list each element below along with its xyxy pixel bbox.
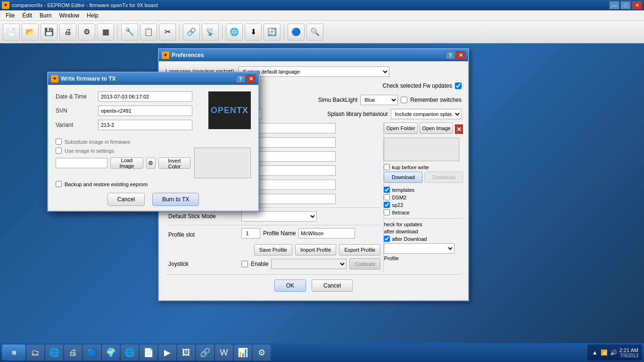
new-button[interactable]: 📄	[3, 24, 20, 41]
backlight-select[interactable]: Blue Red Green	[360, 95, 398, 105]
open-button[interactable]: 📂	[22, 24, 39, 41]
sp22-checkbox[interactable]	[384, 202, 390, 208]
fw-invert-color-btn[interactable]: Invert Color	[158, 157, 191, 169]
download-buttons-row: Download Download	[384, 172, 463, 185]
dsm2-row: DSM2	[384, 194, 463, 200]
fw-cancel-button[interactable]: Cancel	[107, 193, 145, 206]
taskbar-hp[interactable]: 🖨	[64, 345, 82, 361]
menu-burn[interactable]: Burn	[36, 11, 55, 20]
download-button-2[interactable]: Download	[424, 172, 463, 183]
fw-load-image-btn[interactable]: Load Image	[110, 157, 143, 169]
tray-clock[interactable]: 2:21 AM 7/9/2013	[619, 347, 638, 358]
tool-btn-10[interactable]: 📡	[202, 24, 219, 41]
tool-btn-11[interactable]: 🌐	[226, 24, 243, 41]
taskbar-vlc[interactable]: ▶	[158, 345, 176, 361]
profile-name-input[interactable]	[298, 228, 355, 239]
tool-btn-8[interactable]: ✂	[159, 24, 176, 41]
taskbar-ie[interactable]: 🌍	[102, 345, 120, 361]
taskbar-util1[interactable]: 📊	[234, 345, 252, 361]
after-download-checkbox[interactable]	[384, 236, 390, 242]
menu-help[interactable]: Help	[83, 11, 102, 20]
dsm2-checkbox[interactable]	[384, 194, 390, 200]
splash-behaviour-select[interactable]: Include companion splashes	[391, 109, 462, 119]
firmware-close-btn[interactable]: ✕	[246, 74, 256, 83]
fw-datetime-label: Date & Time	[56, 93, 98, 100]
thrtrace-checkbox[interactable]	[384, 209, 390, 215]
burn-button[interactable]: ⚙	[78, 24, 95, 41]
profile-name-label: Profile Name	[263, 230, 296, 237]
taskbar-vpn[interactable]: 🔗	[196, 345, 214, 361]
table-button[interactable]: ▦	[97, 24, 114, 41]
language-select[interactable]: System default language	[239, 66, 389, 77]
fw-substitute-checkbox[interactable]	[56, 139, 62, 145]
tool-btn-9[interactable]: 🔗	[183, 24, 200, 41]
templates-checkbox[interactable]	[384, 187, 390, 193]
tool-btn-15[interactable]: 🔍	[306, 24, 323, 41]
open-image-button[interactable]: Open Image	[420, 123, 453, 134]
clear-image-button[interactable]: ✕	[455, 124, 463, 134]
fw-load-input[interactable]	[56, 158, 107, 168]
maximize-button[interactable]: □	[620, 1, 631, 9]
tray-network[interactable]: 📶	[601, 349, 608, 356]
print-button[interactable]: 🖨	[59, 24, 76, 41]
ok-button[interactable]: OK	[274, 280, 306, 292]
save-button[interactable]: 💾	[41, 24, 58, 41]
taskbar-companion[interactable]: ⚙	[253, 345, 271, 361]
save-profile-button[interactable]: Save Profile	[254, 244, 292, 255]
backup-before-write-checkbox[interactable]	[384, 164, 390, 170]
taskbar-photos[interactable]: 🖼	[177, 345, 195, 361]
tray-expand[interactable]: ▲	[591, 349, 599, 356]
fw-image-left: Use image in settings Load Image ⚙ Inver…	[56, 148, 190, 178]
remember-switches-checkbox[interactable]	[401, 97, 407, 103]
taskbar-chrome[interactable]: 🔵	[83, 345, 101, 361]
calibrate-button[interactable]: Calibrate	[349, 258, 380, 270]
tool-btn-14[interactable]: 🔵	[288, 24, 305, 41]
personal-splash-control	[241, 123, 380, 133]
titlebar-buttons: — □ ✕	[609, 1, 642, 9]
fw-use-image-label: Use image in settings	[65, 148, 114, 154]
toolbar-separator-1	[117, 25, 118, 39]
fw-image-area: Substitute image in firmware Use image i…	[56, 139, 251, 178]
check-selected-fw-checkbox[interactable]	[455, 82, 462, 89]
taskbar-explorer[interactable]: 🗂	[26, 345, 44, 361]
taskbar-word[interactable]: W	[215, 345, 233, 361]
thrtrace-label: thrtrace	[392, 210, 409, 215]
export-profile-button[interactable]: Export Profile	[339, 244, 380, 255]
tool-btn-7[interactable]: 📋	[140, 24, 157, 41]
preferences-cancel-button[interactable]: Cancel	[312, 280, 353, 292]
joystick-select[interactable]	[271, 259, 347, 269]
fw-use-image-checkbox[interactable]	[56, 148, 62, 154]
firmware-content: Date & Time 2013-07-03 06:17:02 SVN open…	[48, 85, 258, 211]
tool-btn-13[interactable]: 🔄	[264, 24, 281, 41]
preferences-help-btn[interactable]: ?	[446, 51, 455, 59]
stick-mode-select[interactable]	[241, 211, 317, 222]
tray-volume[interactable]: 🔊	[610, 349, 618, 356]
profile-slot-spinbox[interactable]	[241, 228, 260, 239]
close-button[interactable]: ✕	[632, 1, 642, 9]
menu-edit[interactable]: Edit	[18, 11, 36, 20]
fw-icon-btn[interactable]: ⚙	[146, 157, 156, 169]
preferences-close-btn[interactable]: ✕	[456, 51, 465, 59]
fw-burn-button[interactable]: Burn to TX	[152, 193, 199, 206]
fw-backup-checkbox[interactable]	[56, 181, 62, 187]
open-folder-button[interactable]: Open Folder	[384, 123, 417, 134]
fw-info-left: Date & Time 2013-07-03 06:17:02 SVN open…	[56, 91, 199, 134]
joystick-enable-checkbox[interactable]	[241, 261, 248, 267]
taskbar-ie2[interactable]: 🌐	[121, 345, 139, 361]
firmware-help-btn[interactable]: ?	[236, 74, 245, 83]
joystick-enable-label: Enable	[251, 261, 268, 267]
menu-file[interactable]: File	[2, 11, 18, 20]
check-for-updates-row: heck for updates	[384, 222, 463, 227]
menu-window[interactable]: Window	[55, 11, 83, 20]
tool-btn-12[interactable]: ⬇	[245, 24, 262, 41]
taskbar-acrobat[interactable]: 📄	[140, 345, 157, 361]
profile-select[interactable]	[384, 243, 454, 254]
import-profile-button[interactable]: Import Profile	[295, 244, 336, 255]
fw-svn-value: opentx-r2491	[98, 106, 192, 116]
tool-btn-6[interactable]: 🔧	[121, 24, 138, 41]
taskbar-firefox[interactable]: 🌐	[45, 345, 63, 361]
start-button[interactable]: ⊞	[2, 345, 25, 361]
fw-variant-label: Variant	[56, 122, 98, 128]
download-button-1[interactable]: Download	[384, 172, 422, 183]
minimize-button[interactable]: —	[609, 1, 619, 9]
